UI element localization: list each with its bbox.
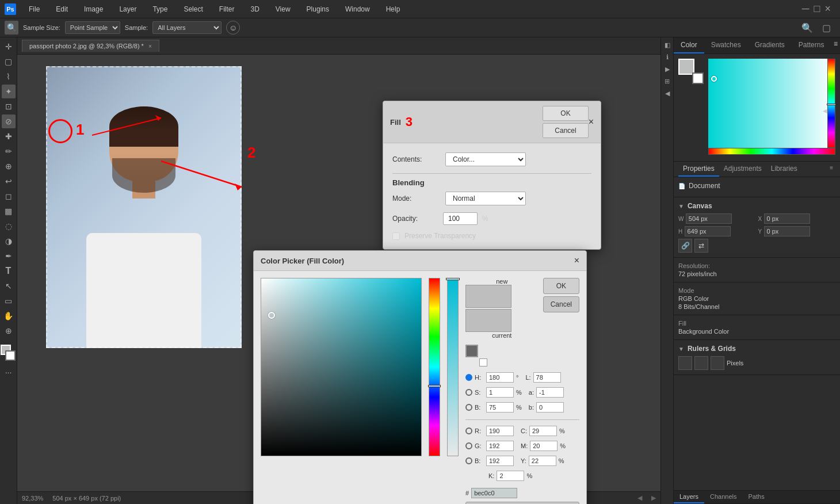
- tab-gradients[interactable]: Gradients: [748, 37, 792, 54]
- b-input[interactable]: [486, 402, 514, 413]
- clone-source-icon[interactable]: ⊞: [662, 76, 673, 86]
- more-tools[interactable]: ···: [2, 365, 16, 379]
- tab-libraries[interactable]: Libraries: [766, 162, 802, 177]
- r-input[interactable]: [486, 426, 514, 436]
- sample-select[interactable]: All Layers: [152, 21, 222, 34]
- color-picker-ok-btn[interactable]: OK: [543, 278, 579, 294]
- y-input[interactable]: [764, 226, 810, 236]
- eyedropper-tool[interactable]: ⊘: [2, 114, 16, 128]
- tab-layers[interactable]: Layers: [674, 491, 704, 503]
- layer-comp-icon[interactable]: ◧: [662, 40, 673, 50]
- s-input[interactable]: [486, 387, 514, 398]
- menu-file[interactable]: File: [25, 3, 43, 16]
- pen-tool[interactable]: ✒: [2, 249, 16, 263]
- menu-3d[interactable]: 3D: [247, 3, 262, 16]
- menu-layer[interactable]: Layer: [116, 3, 140, 16]
- face-detect-icon[interactable]: ☺: [226, 21, 240, 35]
- minimize-btn[interactable]: ─: [802, 3, 810, 15]
- collapse-panel-btn[interactable]: ◀: [662, 88, 673, 98]
- x-input[interactable]: [764, 213, 810, 224]
- b2-input[interactable]: [486, 456, 514, 466]
- fill-cancel-btn[interactable]: Cancel: [543, 123, 588, 138]
- b2-radio[interactable]: [465, 457, 472, 464]
- move-tool[interactable]: ✛: [2, 40, 16, 54]
- a-input[interactable]: [536, 387, 564, 398]
- color-picker-close-btn[interactable]: ×: [574, 255, 579, 266]
- tab-adjustments[interactable]: Adjustments: [719, 162, 766, 177]
- height-input[interactable]: [685, 226, 731, 236]
- hex-input[interactable]: [471, 488, 517, 498]
- c-input[interactable]: [529, 426, 557, 436]
- spectrum-gradient-bar[interactable]: [708, 59, 835, 148]
- opacity-strip[interactable]: [447, 278, 459, 456]
- menu-plugins[interactable]: Plugins: [303, 3, 333, 16]
- dodge-tool[interactable]: ◑: [2, 234, 16, 248]
- close-btn[interactable]: ×: [824, 3, 831, 15]
- hand-tool[interactable]: ✋: [2, 309, 16, 323]
- timeline-icon[interactable]: ▶: [662, 64, 673, 74]
- crop-tool[interactable]: ⊡: [2, 100, 16, 113]
- link-dimensions-btn[interactable]: 🔗: [678, 239, 692, 253]
- menu-help[interactable]: Help: [383, 3, 404, 16]
- zoom-tool[interactable]: ⊕: [2, 324, 16, 338]
- fill-contents-select[interactable]: Color...: [445, 152, 526, 166]
- lasso-tool[interactable]: ⌇: [2, 70, 16, 83]
- menu-select[interactable]: Select: [180, 3, 206, 16]
- ruler-icon-btn[interactable]: [678, 356, 692, 370]
- grid-icon-btn[interactable]: [694, 356, 708, 370]
- y-input[interactable]: [529, 456, 556, 466]
- tab-swatches[interactable]: Swatches: [704, 37, 748, 54]
- s-radio[interactable]: [465, 389, 472, 396]
- h-input[interactable]: [486, 372, 514, 383]
- tab-color[interactable]: Color: [674, 37, 704, 54]
- menu-view[interactable]: View: [272, 3, 294, 16]
- flip-btn[interactable]: ⇄: [694, 239, 708, 253]
- tab-close-btn[interactable]: ×: [148, 43, 152, 49]
- menu-image[interactable]: Image: [81, 3, 106, 16]
- sample-size-select[interactable]: Point Sample: [65, 21, 120, 34]
- menu-edit[interactable]: Edit: [52, 3, 71, 16]
- properties-collapse-btn[interactable]: ≡: [827, 162, 835, 177]
- menu-type[interactable]: Type: [149, 3, 171, 16]
- fill-opacity-input[interactable]: [443, 212, 478, 225]
- bg-color-box[interactable]: [692, 72, 704, 84]
- tab-channels[interactable]: Channels: [704, 491, 742, 503]
- guides-icon-btn[interactable]: [711, 356, 724, 370]
- g-input[interactable]: [486, 441, 514, 451]
- tab-paths[interactable]: Paths: [743, 491, 770, 503]
- g-radio[interactable]: [465, 442, 472, 449]
- tab-patterns[interactable]: Patterns: [792, 37, 831, 54]
- color-picker-cancel-btn[interactable]: Cancel: [543, 296, 579, 312]
- blur-tool[interactable]: ◌: [2, 219, 16, 233]
- tab-properties[interactable]: Properties: [678, 162, 719, 177]
- l-input[interactable]: [533, 372, 561, 383]
- b3-input[interactable]: [536, 402, 564, 413]
- fill-ok-btn[interactable]: OK: [543, 106, 588, 121]
- hue-strip[interactable]: [429, 278, 440, 456]
- h-radio[interactable]: [465, 374, 472, 381]
- text-tool[interactable]: T: [2, 264, 16, 278]
- document-tab[interactable]: passport photo 2.jpg @ 92,3% (RGB/8) * ×: [22, 40, 159, 52]
- stamp-tool[interactable]: ⊕: [2, 159, 16, 173]
- shape-tool[interactable]: ▭: [2, 294, 16, 308]
- add-to-swatches-btn[interactable]: Add to Swatches: [465, 502, 579, 504]
- info-icon[interactable]: ℹ: [662, 52, 673, 62]
- brush-tool[interactable]: ✏: [2, 144, 16, 158]
- rulers-section-header[interactable]: ▼ Rulers & Grids: [678, 345, 835, 353]
- width-input[interactable]: [686, 213, 732, 224]
- color-gradient-box[interactable]: [261, 278, 422, 456]
- canvas-section-header[interactable]: ▼ Canvas: [678, 202, 835, 210]
- menu-window[interactable]: Window: [342, 3, 373, 16]
- gradient-tool[interactable]: ▦: [2, 204, 16, 218]
- right-hue-strip[interactable]: [827, 59, 835, 148]
- panel-menu-btn[interactable]: ≡: [831, 37, 840, 54]
- m-input[interactable]: [530, 441, 558, 451]
- selection-tool[interactable]: ▢: [2, 55, 16, 68]
- menu-filter[interactable]: Filter: [216, 3, 238, 16]
- eraser-tool[interactable]: ◻: [2, 189, 16, 203]
- search-icon[interactable]: 🔍: [801, 22, 813, 33]
- fill-mode-select[interactable]: Normal: [445, 192, 526, 205]
- heal-tool[interactable]: ✚: [2, 129, 16, 143]
- wand-tool[interactable]: ✦: [2, 85, 16, 98]
- history-brush-tool[interactable]: ↩: [2, 174, 16, 188]
